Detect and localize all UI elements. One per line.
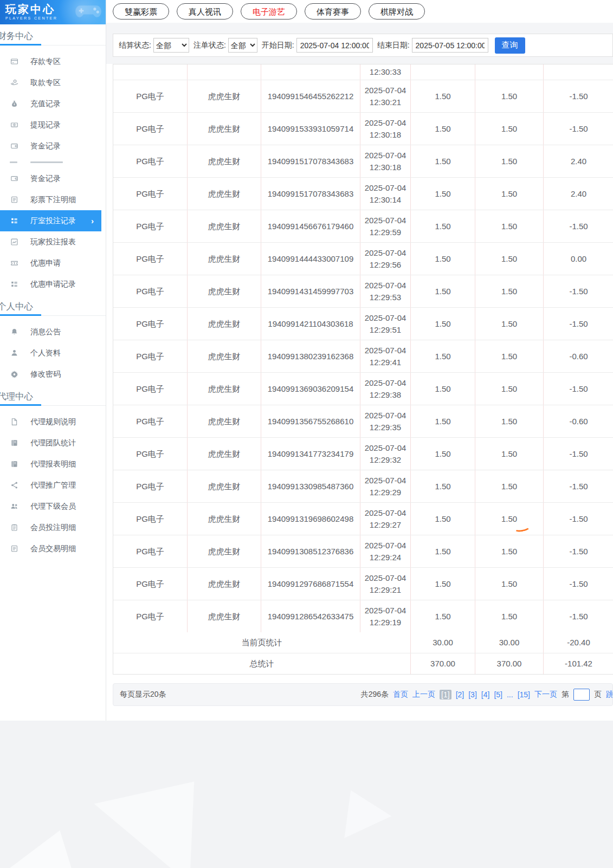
settle-status-select[interactable]: 全部	[153, 38, 189, 53]
cell-valid-bet: 1.50	[475, 80, 544, 112]
sidebar-section-title: 财务中心	[0, 30, 106, 42]
table-row: PG电子虎虎生财19409915170783436832025-07-04 12…	[113, 145, 613, 178]
cell-platform: PG电子	[113, 308, 188, 340]
cell-win-loss: -1.50	[544, 503, 613, 535]
tab-棋牌对战[interactable]: 棋牌对战	[369, 3, 425, 20]
cell-game: 虎虎生财	[188, 405, 261, 437]
cell-valid-bet: 1.50	[475, 340, 544, 372]
tab-电子游艺[interactable]: 电子游艺	[241, 3, 297, 20]
sidebar-item-label: 彩票下注明细	[30, 195, 76, 205]
cell-bet-amount: 1.50	[411, 113, 475, 145]
cell-win-loss: -1.50	[544, 80, 613, 112]
tab-体育赛事[interactable]: 体育赛事	[305, 3, 361, 20]
cell-time: 2025-07-04 12:30:21	[360, 80, 411, 112]
sidebar-item-存款专区[interactable]: 存款专区	[0, 51, 106, 72]
page-link-3[interactable]: [3]	[468, 690, 477, 699]
jump-button[interactable]: 跳转	[606, 690, 613, 699]
list2-icon	[10, 280, 18, 289]
chevron-right-icon: ›	[91, 217, 94, 225]
sidebar-item-label: 优惠申请记录	[30, 280, 76, 289]
page-link-4[interactable]: [4]	[481, 690, 490, 699]
cell-order-id: 1940991546455262212	[261, 80, 360, 112]
cell-order-id: 1940991431459997703	[261, 275, 360, 307]
cell-order-id: 1940991380239162368	[261, 340, 360, 372]
total-count-label: 共296条	[361, 690, 389, 699]
cell-win-loss: -1.50	[544, 535, 613, 567]
cell-game	[188, 64, 261, 80]
tab-雙赢彩票[interactable]: 雙赢彩票	[113, 3, 169, 20]
sidebar-item-提现记录[interactable]: 提现记录	[0, 114, 106, 135]
cell-bet-amount: 1.50	[411, 600, 475, 632]
sidebar-item-厅室投注记录[interactable]: 厅室投注记录›	[0, 210, 101, 231]
cell-order-id: 1940991308512376836	[261, 535, 360, 567]
sidebar-item-个人资料[interactable]: 个人资料	[0, 342, 106, 364]
cell-bet-amount: 1.50	[411, 470, 475, 502]
table-row: PG电子虎虎生财19409914444330071092025-07-04 12…	[113, 243, 613, 275]
list-icon	[10, 545, 18, 553]
page-link-1[interactable]: [1]	[440, 690, 451, 699]
sidebar-item-代理团队统计[interactable]: 代理团队统计	[0, 432, 106, 454]
cell-game: 虎虎生财	[188, 470, 261, 502]
gear-icon	[10, 370, 18, 379]
page-link-15[interactable]: [15]	[518, 690, 530, 699]
sidebar-item-优惠申请记录[interactable]: 优惠申请记录	[0, 274, 106, 295]
search-button[interactable]: 查询	[495, 37, 525, 54]
sidebar-item-clipped	[0, 157, 106, 168]
prev-page-link[interactable]: 上一页	[412, 690, 435, 699]
book-icon	[10, 439, 18, 448]
cell-platform: PG电子	[113, 438, 188, 470]
jump-page-input[interactable]	[573, 689, 590, 701]
page-link-2[interactable]: [2]	[456, 690, 464, 699]
sidebar-item-玩家投注报表[interactable]: 玩家投注报表	[0, 231, 106, 252]
sidebar-item-代理规则说明[interactable]: 代理规则说明	[0, 411, 106, 432]
cell-win-loss: -0.60	[544, 340, 613, 372]
sidebar-item-资金记录[interactable]: 资金记录	[0, 135, 106, 157]
cell-platform: PG电子	[113, 243, 188, 275]
end-date-input[interactable]	[412, 38, 488, 53]
order-status-label: 注单状态:	[193, 41, 226, 50]
grand-total-row: 总统计 370.00 370.00 -101.42	[113, 653, 613, 674]
tab-真人视讯[interactable]: 真人视讯	[177, 3, 233, 20]
cell-win-loss: -1.50	[544, 210, 613, 242]
sidebar-item-label: 代理规则说明	[30, 417, 76, 427]
sidebar-item-代理报表明细[interactable]: 代理报表明细	[0, 454, 106, 475]
cell-order-id: 1940991369036209154	[261, 373, 360, 405]
first-page-link[interactable]: 首页	[393, 690, 408, 699]
cell-valid-bet: 1.50	[475, 503, 544, 535]
order-status-select[interactable]: 全部	[228, 38, 257, 53]
sidebar-item-label: 会员交易明细	[30, 544, 76, 554]
sidebar-item-消息公告[interactable]: 消息公告	[0, 321, 106, 342]
cell-order-id: 1940991356755268610	[261, 405, 360, 437]
section-underline	[0, 314, 106, 316]
sidebar-item-会员交易明细[interactable]: 会员交易明细	[0, 538, 106, 559]
sidebar-item-取款专区[interactable]: 取款专区	[0, 72, 106, 93]
cell-platform: PG电子	[113, 535, 188, 567]
cell-valid-bet: 1.50	[475, 405, 544, 437]
bag-icon	[10, 100, 18, 108]
cell-game: 虎虎生财	[188, 178, 261, 210]
start-date-input[interactable]	[296, 38, 373, 53]
sidebar-section-title: 个人中心	[0, 300, 106, 312]
sidebar-item-充值记录[interactable]: 充值记录	[0, 93, 106, 114]
next-page-link[interactable]: 下一页	[534, 690, 557, 699]
sidebar-item-彩票下注明细[interactable]: 彩票下注明细	[0, 189, 106, 210]
sidebar-item-label: 充值记录	[30, 99, 61, 109]
table-row: PG电子虎虎生财19409912976868715542025-07-04 12…	[113, 568, 613, 600]
sidebar-item-会员投注明细[interactable]: 会员投注明细	[0, 517, 106, 538]
cell-time: 2025-07-04 12:29:53	[360, 275, 411, 307]
footer-decoration	[0, 721, 613, 868]
sidebar-item-代理推广管理[interactable]: 代理推广管理	[0, 475, 106, 496]
page-link-5[interactable]: [5]	[494, 690, 502, 699]
cell-platform	[113, 64, 188, 80]
cell-time: 2025-07-04 12:29:29	[360, 470, 411, 502]
sidebar-item-代理下级会员[interactable]: 代理下级会员	[0, 496, 106, 517]
cell-game: 虎虎生财	[188, 340, 261, 372]
sidebar-item-修改密码[interactable]: 修改密码	[0, 364, 106, 385]
sidebar-item-资金记录[interactable]: 资金记录	[0, 168, 106, 189]
cell-win-loss: 0.00	[544, 243, 613, 275]
cell-time: 2025-07-04 12:30:14	[360, 178, 411, 210]
cell-bet-amount: 1.50	[411, 340, 475, 372]
cell-win-loss	[544, 64, 613, 80]
page-total-win: -20.40	[544, 632, 613, 653]
sidebar-item-优惠申请[interactable]: 优惠申请	[0, 252, 106, 274]
